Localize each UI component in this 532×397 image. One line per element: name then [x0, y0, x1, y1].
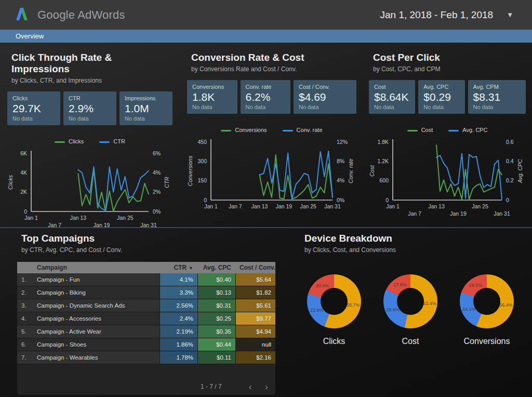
svg-text:Jan 7: Jan 7: [408, 210, 421, 217]
svg-text:Jan 1: Jan 1: [204, 203, 218, 209]
next-page-icon[interactable]: ›: [265, 384, 268, 390]
svg-text:Jan 13: Jan 13: [428, 203, 445, 209]
svg-text:Jan 25: Jan 25: [472, 203, 488, 209]
table-row[interactable]: 4.Campaign - Accessories2.4%$0.25$9.77: [17, 312, 275, 325]
prev-page-icon[interactable]: ‹: [249, 384, 252, 390]
svg-text:Jan 1: Jan 1: [386, 203, 400, 209]
svg-text:2%: 2%: [153, 189, 161, 195]
svg-text:0.4: 0.4: [506, 158, 514, 164]
scorecard-value: 6.2%: [246, 91, 286, 103]
slice-label: 17.8%: [393, 282, 407, 287]
scorecard-note: No data: [374, 104, 410, 110]
tab-bar: Overview: [0, 30, 532, 43]
scorecard-impressions: Impressions 1.0M No data: [119, 91, 172, 125]
svg-text:Conversions: Conversions: [187, 155, 193, 186]
scorecard-label: Clicks: [12, 95, 55, 101]
scorecard-avg-cpc: Avg. CPC $0.29 No data: [418, 80, 464, 114]
svg-text:CTR: CTR: [164, 177, 170, 188]
svg-text:0: 0: [385, 197, 389, 203]
slice-label: 23.9%: [310, 308, 324, 313]
legend-item: Cost: [407, 127, 433, 133]
legend-item: Conv. rate: [283, 127, 323, 133]
legend-item: Avg. CPC: [448, 127, 487, 133]
slice-label: 19.5%: [469, 283, 483, 288]
section-divider: [0, 227, 532, 228]
table-row[interactable]: 6.Campaign - Shoes1.86%$0.44null: [17, 338, 275, 351]
donut-ring: 55.7%23.9%20.4%: [307, 274, 361, 328]
svg-text:0: 0: [506, 197, 509, 203]
ctr-cell: 2.56%: [159, 299, 197, 312]
section-top-campaigns: Top Campaigns by CTR, Avg. CPC, and Cost…: [17, 233, 275, 395]
scorecards: Conversions 1.8K No data Conv. rate 6.2%…: [187, 80, 356, 114]
section-subtitle: by Clicks, Cost, and Conversions: [304, 246, 527, 254]
scorecard-value: 29.7K: [12, 102, 55, 115]
scorecards: Cost $8.64K No data Avg. CPC $0.29 No da…: [369, 80, 526, 114]
scorecard-value: 1.0M: [125, 102, 167, 115]
donut-title: Cost: [382, 337, 439, 346]
svg-text:Conv. rate: Conv. rate: [348, 158, 354, 183]
avg-cpc-cell: $0.13: [197, 286, 235, 299]
section-cost-per-click: Cost Per Click by Cost, CPC, and CPM Cos…: [369, 52, 526, 224]
svg-text:Jan 13: Jan 13: [251, 203, 268, 209]
column-header-campaign[interactable]: Campaign: [33, 264, 159, 271]
table-pagination: 1 - 7 / 7 ‹ ›: [17, 364, 275, 395]
svg-text:6K: 6K: [20, 150, 27, 156]
svg-text:Avg. CPC: Avg. CPC: [517, 159, 523, 183]
section-title: Cost Per Click: [373, 52, 526, 63]
clicks-donut-chart: 55.7%23.9%20.4% Clicks: [305, 274, 363, 346]
scorecard-label: Avg. CPM: [473, 84, 521, 90]
table-row[interactable]: 1.Campaign - Fun4.1%$0.40$5.64: [17, 273, 275, 286]
clicks-ctr-line-chart: ClicksCTR 02K4K6K0%2%4%6%ClicksCTRJan 1J…: [7, 138, 172, 235]
slice-label: 53.4%: [423, 301, 436, 306]
column-header-ctr[interactable]: CTR▼: [159, 264, 197, 271]
scorecard-note: No data: [69, 115, 111, 122]
svg-text:Jan 25: Jan 25: [117, 215, 134, 221]
donut-ring: 53.4%28.8%17.8%: [383, 274, 437, 328]
row-rank: 2.: [17, 286, 33, 299]
tab-overview[interactable]: Overview: [0, 32, 44, 40]
donut-title: Clicks: [305, 337, 363, 346]
scorecard-label: Avg. CPC: [423, 84, 459, 90]
row-rank: 4.: [17, 312, 33, 325]
svg-text:0%: 0%: [337, 197, 344, 203]
donut-title: Conversions: [458, 337, 515, 346]
scorecard-label: Conv. rate: [246, 84, 286, 90]
campaign-name: Campaign - Active Wear: [33, 325, 159, 338]
scorecard-label: Impressions: [125, 95, 167, 101]
table-row[interactable]: 3.Campaign - Dynamic Search Ads2.56%$0.3…: [17, 299, 275, 312]
table-row[interactable]: 5.Campaign - Active Wear2.19%$0.35$4.94: [17, 325, 275, 338]
table-row[interactable]: 7.Campaign - Wearables1.78%$0.11$2.16: [17, 351, 275, 364]
svg-text:1.2K: 1.2K: [377, 158, 389, 164]
scorecard-note: No data: [423, 104, 459, 110]
svg-text:Jan 19: Jan 19: [276, 203, 292, 209]
campaign-name: Campaign - Accessories: [33, 312, 159, 325]
cost-conv-cell: $9.77: [235, 312, 275, 325]
campaign-name: Campaign - Dynamic Search Ads: [33, 299, 159, 312]
column-header-cost-conv[interactable]: Cost / Conv.: [235, 264, 275, 271]
legend-item: CTR: [99, 138, 125, 144]
svg-text:0: 0: [204, 197, 207, 203]
table-row[interactable]: 2.Campaign - Biking3.3%$0.13$1.82: [17, 286, 275, 299]
scorecard-ctr: CTR 2.9% No data: [63, 91, 116, 125]
svg-text:450: 450: [197, 139, 207, 145]
slice-label: 24.1%: [462, 307, 476, 312]
app-header: Google AdWords Jan 1, 2018 - Feb 1, 2018…: [0, 0, 532, 30]
legend-item: Clicks: [55, 138, 84, 144]
scorecard-label: CTR: [69, 95, 111, 101]
section-title: Click Through Rate & Impressions: [11, 52, 172, 75]
chart-plot: 06001.2K1.8K00.20.40.6CostAvg. CPCJan 1J…: [369, 134, 526, 224]
svg-text:0.6: 0.6: [506, 139, 514, 145]
scorecard-note: No data: [12, 115, 55, 122]
column-header-avg-cpc[interactable]: Avg. CPC: [197, 264, 235, 271]
donut-charts: 55.7%23.9%20.4% Clicks 53.4%28.8%17.8% C…: [300, 274, 527, 346]
svg-text:Jan 19: Jan 19: [450, 210, 467, 217]
section-subtitle: by Clicks, CTR, and Impressions: [11, 77, 172, 84]
scorecard-conv-rate: Conv. rate 6.2% No data: [241, 80, 291, 114]
slice-label: 28.8%: [387, 307, 400, 312]
svg-text:4K: 4K: [20, 169, 27, 176]
svg-text:12%: 12%: [337, 139, 348, 145]
scorecard-note: No data: [473, 104, 521, 110]
date-range-selector[interactable]: Jan 1, 2018 - Feb 1, 2018 ▼: [376, 7, 517, 23]
scorecard-value: $0.29: [423, 91, 459, 103]
section-conversion-rate-cost: Conversion Rate & Cost by Conversions Ra…: [187, 52, 356, 224]
